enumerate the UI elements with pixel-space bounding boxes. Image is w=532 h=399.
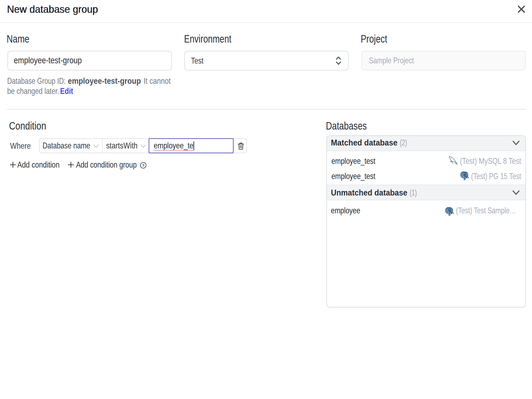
svg-text:?: ? (142, 163, 144, 168)
